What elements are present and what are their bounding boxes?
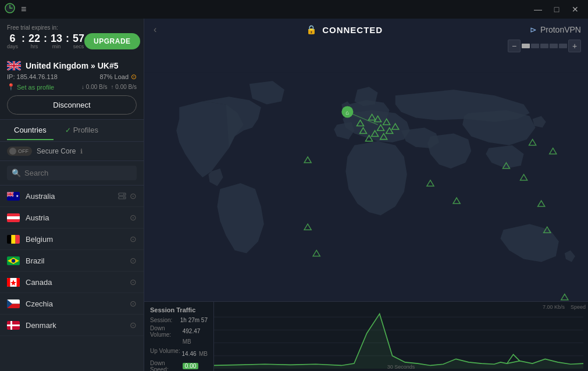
country-list: ★ Australia ⊙ [0, 186, 144, 371]
left-panel: Free trial expires in: 6 days : 22 hrs :… [0, 19, 144, 371]
svg-point-7 [123, 194, 124, 195]
expand-icon[interactable]: ⊙ [130, 320, 137, 330]
flag-dk [7, 321, 20, 330]
expand-icon[interactable]: ⊙ [130, 256, 137, 265]
svg-rect-11 [7, 219, 20, 222]
load-info: 87% Load ⊙ [99, 73, 137, 81]
uk-flag [7, 61, 21, 70]
maximize-button[interactable]: □ [548, 1, 565, 17]
session-label: Session: [150, 317, 172, 323]
info-icon[interactable]: ℹ [80, 148, 83, 155]
hrs-unit: 22 hrs [28, 33, 40, 49]
list-item[interactable]: Brazil ⊙ [0, 250, 144, 272]
zoom-segment-1 [522, 44, 530, 48]
expand-icon[interactable]: ⊙ [130, 191, 137, 201]
header-section: Free trial expires in: 6 days : 22 hrs :… [0, 19, 144, 56]
down-speed: ↓ 0.00 B/s [81, 84, 107, 90]
svg-rect-10 [7, 216, 20, 219]
traffic-panel: Session Traffic Session: 1h 27m 57 Down … [144, 301, 588, 371]
protonvpn-label: ProtonVPN [540, 25, 581, 34]
svg-rect-14 [16, 235, 20, 244]
expand-icon[interactable]: ⊙ [130, 234, 137, 244]
traffic-chart [214, 304, 583, 369]
up-volume-unit: MB [199, 351, 208, 357]
zoom-out-button[interactable]: − [508, 40, 521, 52]
connected-status: 🔒 CONNECTED [306, 24, 383, 35]
tabs: Countries ✓ Profiles [0, 120, 144, 142]
toggle-circle [9, 148, 16, 155]
lock-icon: 🔒 [306, 24, 318, 35]
list-item[interactable]: Belgium ⊙ [0, 229, 144, 250]
flag-br [7, 256, 20, 265]
svg-point-17 [12, 259, 15, 262]
server-icon [118, 192, 126, 200]
set-profile-link[interactable]: 📍 Set as profile [7, 83, 54, 91]
down-volume-unit: MB [183, 338, 191, 345]
chart-x-label: 30 Seconds [387, 364, 415, 370]
toggle-off-label: OFF [18, 148, 28, 154]
country-name-cz: Czechia [26, 299, 130, 308]
chart-speed-label: 7.00 Kb/s [543, 304, 565, 310]
main-layout: Free trial expires in: 6 days : 22 hrs :… [0, 19, 588, 371]
list-item[interactable]: Canada ⊙ [0, 272, 144, 293]
search-input[interactable] [24, 169, 132, 177]
colon-3: : [66, 33, 69, 44]
list-item[interactable]: Czechia ⊙ [0, 293, 144, 315]
country-row: United Kingdom » UK#5 [7, 61, 137, 70]
ip-load-row: IP: 185.44.76.118 87% Load ⊙ [7, 73, 137, 81]
colon-2: : [44, 33, 47, 44]
list-item[interactable]: Denmark ⊙ [0, 315, 144, 336]
down-volume-label: Down Volume: [150, 325, 183, 346]
app-logo-icon [5, 3, 15, 16]
chart-container: 7.00 Kb/s 30 Seconds Speed [214, 302, 588, 371]
expand-icon[interactable]: ⊙ [130, 277, 137, 287]
svg-rect-19 [7, 278, 10, 287]
flag-au: ★ [7, 192, 20, 201]
zoom-segment-5 [559, 44, 567, 48]
upgrade-button[interactable]: UPGRADE [84, 33, 140, 49]
traffic-title: Session Traffic [150, 306, 208, 313]
country-name-at: Austria [26, 213, 130, 222]
expand-icon[interactable]: ⊙ [130, 213, 137, 222]
close-button[interactable]: ✕ [567, 1, 583, 17]
secs-label: secs [73, 44, 84, 49]
ip-value: 185.44.76.118 [17, 73, 58, 80]
traffic-info: Session Traffic Session: 1h 27m 57 Down … [144, 302, 214, 371]
search-icon: 🔍 [12, 169, 21, 177]
minimize-button[interactable]: — [530, 1, 546, 17]
secure-core-toggle[interactable]: OFF [7, 147, 32, 156]
load-icon: ⊙ [131, 73, 137, 81]
secs-value: 57 [73, 33, 84, 44]
ip-label: IP: [7, 73, 15, 80]
up-speed: ↑ 0.00 B/s [111, 84, 137, 90]
flag-at [7, 213, 20, 222]
country-name-au: Australia [26, 192, 118, 201]
titlebar: ≡ — □ ✕ [0, 0, 588, 19]
secs-unit: 57 secs [73, 33, 84, 49]
svg-rect-5 [119, 193, 126, 195]
min-unit: 13 min [51, 33, 62, 49]
tab-profiles[interactable]: ✓ Profiles [58, 121, 105, 140]
list-item[interactable]: Austria ⊙ [0, 207, 144, 229]
collapse-button[interactable]: ‹ [151, 22, 159, 37]
disconnect-button[interactable]: Disconnect [7, 95, 137, 115]
tab-countries[interactable]: Countries [7, 121, 54, 140]
titlebar-left: ≡ [5, 3, 26, 16]
zoom-segment-4 [550, 44, 558, 48]
trial-row: 6 days : 22 hrs : 13 min : 57 [7, 33, 137, 49]
days-value: 6 [7, 33, 18, 44]
list-item[interactable]: ★ Australia ⊙ [0, 186, 144, 207]
svg-rect-13 [11, 235, 15, 244]
svg-text:★: ★ [16, 194, 19, 198]
svg-point-8 [123, 197, 124, 198]
down-volume-value: 492.47 MB [183, 325, 208, 346]
hamburger-icon[interactable]: ≡ [21, 4, 26, 15]
zoom-in-button[interactable]: + [568, 40, 581, 52]
svg-rect-27 [7, 324, 20, 326]
traffic-up-volume-row: Up Volume: 14.46 MB [150, 348, 208, 358]
down-speed-label: Down Speed: [150, 360, 183, 371]
flag-be [7, 235, 20, 244]
window-controls: — □ ✕ [530, 1, 583, 17]
profile-speed-row: 📍 Set as profile ↓ 0.00 B/s ↑ 0.00 B/s [7, 83, 137, 91]
expand-icon[interactable]: ⊙ [130, 299, 137, 308]
